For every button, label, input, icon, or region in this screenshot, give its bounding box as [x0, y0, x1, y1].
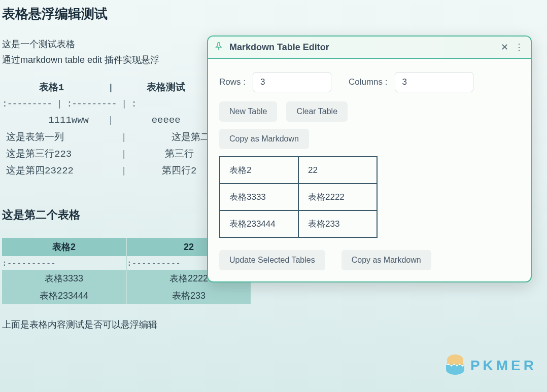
raw-header-2: 表格测试 — [120, 80, 212, 96]
raw-cell: 这是第四23222 — [2, 163, 101, 180]
more-menu-icon[interactable]: ⋮ — [515, 43, 524, 52]
columns-input[interactable] — [395, 72, 473, 92]
hl-cell: 表格3333 — [2, 270, 126, 287]
raw-cell: 1111www — [2, 112, 101, 129]
rows-input[interactable] — [253, 72, 331, 92]
markdown-table-editor-panel: Markdown Table Editor ✕ ⋮ Rows : Columns… — [207, 35, 532, 282]
pkmer-text: PKMER — [470, 358, 537, 374]
editor-table[interactable]: 表格2 22 表格3333 表格2222 表格233444 表格233 — [219, 156, 378, 238]
copy-markdown-button-2[interactable]: Copy as Markdown — [341, 250, 431, 270]
new-table-button[interactable]: New Table — [219, 101, 277, 122]
clear-table-button[interactable]: Clear Table — [286, 101, 348, 122]
editor-cell[interactable]: 表格233 — [298, 210, 377, 237]
editor-cell[interactable]: 表格233444 — [220, 210, 298, 237]
update-selected-button[interactable]: Update Selected Tables — [219, 250, 325, 270]
page-title: 表格悬浮编辑测试 — [2, 5, 547, 23]
raw-cell: 这是表第一列 — [2, 129, 101, 146]
panel-title: Markdown Table Editor — [229, 42, 501, 53]
footer-note: 上面是表格内容测试是否可以悬浮编辑 — [2, 318, 547, 331]
raw-header-1: 表格1 — [2, 80, 101, 96]
rows-label: Rows : — [219, 77, 246, 87]
hl-cell: 表格233444 — [2, 287, 126, 304]
hl-cell: 表格233 — [126, 287, 251, 304]
columns-label: Columns : — [349, 77, 388, 87]
copy-markdown-button[interactable]: Copy as Markdown — [219, 129, 309, 149]
hl-header-1: 表格2 — [2, 238, 126, 256]
pkmer-logo-icon — [444, 354, 466, 377]
raw-cell: 这是第三行223 — [2, 146, 101, 163]
editor-cell[interactable]: 表格3333 — [220, 184, 298, 210]
hl-sep-left: :---------- — [2, 256, 126, 270]
pin-icon[interactable] — [215, 42, 222, 52]
close-button[interactable]: ✕ — [501, 42, 508, 53]
panel-header[interactable]: Markdown Table Editor ✕ ⋮ — [208, 37, 531, 59]
editor-cell[interactable]: 表格2222 — [298, 184, 377, 210]
editor-cell[interactable]: 表格2 — [220, 157, 298, 184]
pkmer-watermark: PKMER — [444, 354, 537, 377]
editor-cell[interactable]: 22 — [298, 157, 377, 184]
raw-cell: eeeee — [120, 112, 212, 129]
